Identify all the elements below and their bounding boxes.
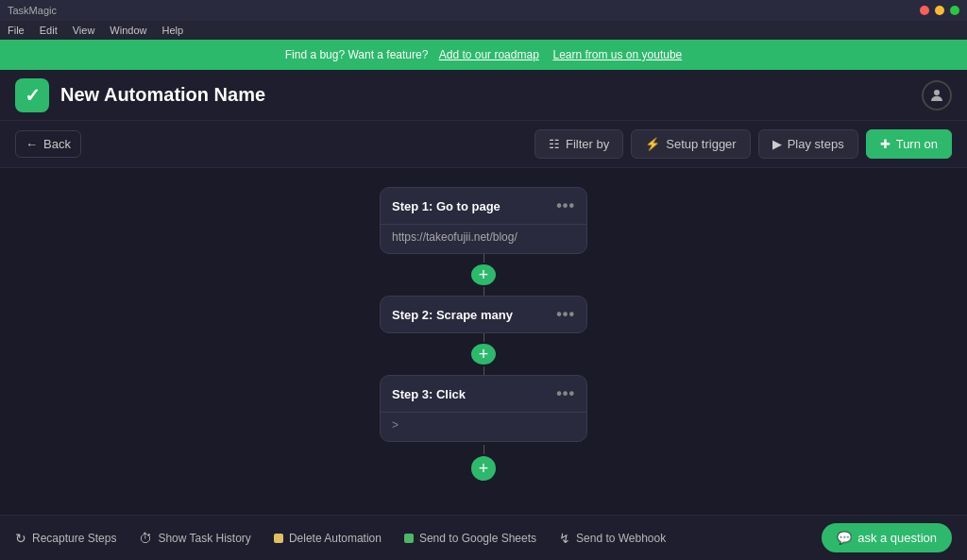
check-icon: ✓ xyxy=(25,84,41,107)
bottom-bar-left: ↻ Recapture Steps ⏱ Show Task History De… xyxy=(15,531,666,546)
step3-header: Step 3: Click ••• xyxy=(381,376,586,412)
step2-title: Step 2: Scrape many xyxy=(392,308,513,322)
step2-header: Step 2: Scrape many ••• xyxy=(381,297,586,332)
svg-point-0 xyxy=(934,90,940,95)
step1-body: https://takeofujii.net/blog/ xyxy=(381,224,586,253)
webhook-label: Send to Webhook xyxy=(576,532,666,545)
maximize-btn[interactable] xyxy=(950,6,959,15)
step-card-3: Step 3: Click ••• > xyxy=(380,375,587,442)
webhook-icon: ↯ xyxy=(559,531,570,546)
turn-on-icon: ✚ xyxy=(880,137,891,151)
turn-on-button[interactable]: ✚ Turn on xyxy=(866,129,952,159)
recapture-icon: ↻ xyxy=(15,531,26,546)
back-button[interactable]: ← Back xyxy=(15,130,81,158)
connector-line-1b xyxy=(484,287,484,296)
step2-menu[interactable]: ••• xyxy=(556,306,575,323)
play-label: Play steps xyxy=(788,137,844,151)
window-controls[interactable] xyxy=(920,6,959,15)
step1-url: https://takeofujii.net/blog/ xyxy=(392,230,517,244)
notification-bar: Find a bug? Want a feature? Add to our r… xyxy=(0,40,967,70)
step3-title: Step 3: Click xyxy=(392,387,466,401)
close-btn[interactable] xyxy=(920,6,929,15)
delete-label: Delete Automation xyxy=(289,532,382,545)
turn-on-label: Turn on xyxy=(896,137,938,151)
trigger-icon: ⚡ xyxy=(645,137,660,151)
filter-label: Filter by xyxy=(566,137,609,151)
ask-label: ask a question xyxy=(857,531,937,545)
filter-icon: ☷ xyxy=(549,137,560,151)
connector-line-2b xyxy=(484,366,484,375)
menu-edit[interactable]: Edit xyxy=(40,25,58,36)
trigger-label: Setup trigger xyxy=(666,137,736,151)
connector-line-1 xyxy=(484,254,484,263)
title-bar-title: TaskMagic xyxy=(8,5,57,16)
step3-content: > xyxy=(392,418,399,432)
app-header: ✓ New Automation Name xyxy=(0,70,967,121)
user-avatar[interactable] xyxy=(922,80,952,110)
ask-question-button[interactable]: 💬 ask a question xyxy=(822,523,952,552)
history-btn[interactable]: ⏱ Show Task History xyxy=(139,531,250,546)
step1-header: Step 1: Go to page ••• xyxy=(381,188,586,224)
step3-body: > xyxy=(381,412,586,441)
delete-icon xyxy=(274,534,283,543)
menu-bar: File Edit View Window Help xyxy=(0,21,967,40)
delete-btn[interactable]: Delete Automation xyxy=(274,532,382,545)
sheets-icon xyxy=(404,534,414,543)
app-title: New Automation Name xyxy=(60,84,265,106)
play-steps-button[interactable]: ▶ Play steps xyxy=(758,129,858,159)
connector-1: + xyxy=(471,254,496,296)
connector-line-2 xyxy=(484,333,484,342)
notification-link2[interactable]: Learn from us on youtube xyxy=(552,48,682,61)
app-logo: ✓ xyxy=(15,78,49,112)
add-step-btn-3[interactable]: + xyxy=(471,456,496,481)
step-card-2: Step 2: Scrape many ••• xyxy=(380,296,587,333)
bottom-bar: ↻ Recapture Steps ⏱ Show Task History De… xyxy=(0,515,967,560)
webhook-btn[interactable]: ↯ Send to Webhook xyxy=(559,531,666,546)
recapture-btn[interactable]: ↻ Recapture Steps xyxy=(15,531,116,546)
connector-3: + xyxy=(471,442,496,484)
step1-menu[interactable]: ••• xyxy=(556,197,575,214)
notification-text: Find a bug? Want a feature? xyxy=(285,48,429,61)
main-content: Step 1: Go to page ••• https://takeofuji… xyxy=(0,168,967,515)
sheets-btn[interactable]: Send to Google Sheets xyxy=(404,532,536,545)
back-arrow-icon: ← xyxy=(25,137,38,151)
steps-container: Step 1: Go to page ••• https://takeofuji… xyxy=(0,187,967,484)
menu-file[interactable]: File xyxy=(8,25,25,36)
play-icon: ▶ xyxy=(772,137,782,151)
history-label: Show Task History xyxy=(158,532,250,545)
ask-icon: 💬 xyxy=(837,531,852,545)
toolbar: ← Back ☷ Filter by ⚡ Setup trigger ▶ Pla… xyxy=(0,121,967,168)
title-bar: TaskMagic xyxy=(0,0,967,21)
step3-menu[interactable]: ••• xyxy=(556,385,575,402)
menu-view[interactable]: View xyxy=(73,25,95,36)
add-step-btn-2[interactable]: + xyxy=(471,344,496,365)
notification-link1[interactable]: Add to our roadmap xyxy=(439,48,539,61)
setup-trigger-button[interactable]: ⚡ Setup trigger xyxy=(631,129,750,159)
connector-line-3 xyxy=(484,445,484,454)
sheets-label: Send to Google Sheets xyxy=(419,532,536,545)
filter-button[interactable]: ☷ Filter by xyxy=(534,129,623,159)
app-header-left: ✓ New Automation Name xyxy=(15,78,265,112)
add-step-btn-1[interactable]: + xyxy=(471,264,496,286)
back-label: Back xyxy=(43,137,71,151)
minimize-btn[interactable] xyxy=(935,6,944,15)
toolbar-right: ☷ Filter by ⚡ Setup trigger ▶ Play steps… xyxy=(534,129,952,159)
menu-window[interactable]: Window xyxy=(110,25,146,36)
toolbar-left: ← Back xyxy=(15,130,81,158)
menu-help[interactable]: Help xyxy=(161,25,183,36)
recapture-label: Recapture Steps xyxy=(32,532,116,545)
connector-2: + xyxy=(471,333,496,375)
history-icon: ⏱ xyxy=(139,531,152,546)
step-card-1: Step 1: Go to page ••• https://takeofuji… xyxy=(380,187,587,254)
step1-title: Step 1: Go to page xyxy=(392,199,500,213)
